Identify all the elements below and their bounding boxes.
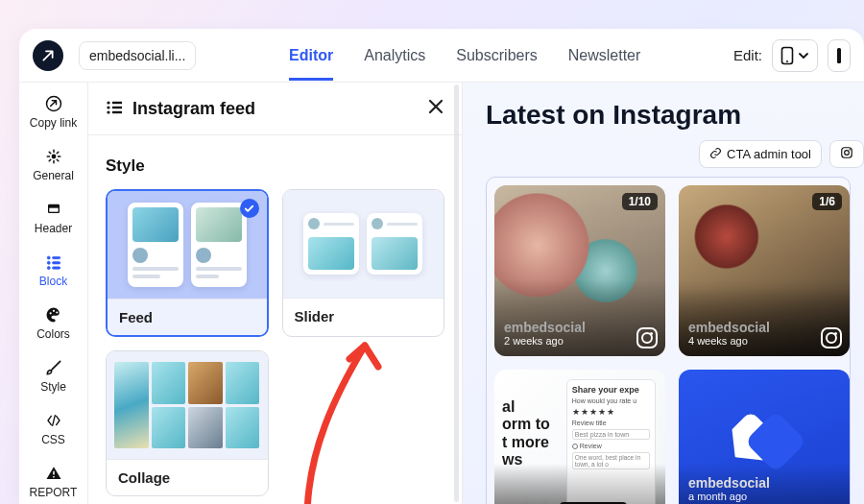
section-label-style: Style [106, 156, 444, 176]
sidebar-item-report[interactable]: REPORT [25, 462, 83, 501]
instagram-grid: 1/10 embedsocial 2 weeks ago 1/6 embedso… [486, 177, 851, 504]
sidebar-item-general[interactable]: General [25, 145, 83, 184]
panel-title: Instagram feed [132, 99, 418, 119]
main-area: Copy link General Header Block Colors St… [19, 83, 864, 504]
svg-point-10 [47, 261, 50, 264]
scrollbar[interactable] [454, 84, 459, 502]
brush-icon [43, 358, 64, 377]
insta-card-3[interactable]: al orm to t more ws Share your expe How … [494, 370, 665, 504]
star-rating: ★★★★★ [572, 407, 650, 417]
cta-admin-label: CTA admin tool [727, 147, 811, 161]
sidebar-item-css[interactable]: CSS [25, 409, 83, 448]
style-thumb-collage [107, 351, 268, 459]
style-options: Feed Slider [106, 189, 444, 496]
count-badge: 1/6 [812, 193, 842, 210]
sidebar-label: REPORT [30, 486, 78, 499]
insta-time-ago: a month ago [688, 491, 747, 502]
svg-point-23 [107, 110, 109, 113]
form-subtitle: How would you rate u [572, 397, 650, 404]
insta-time-ago: 2 weeks ago [504, 335, 656, 347]
svg-rect-7 [49, 208, 58, 212]
admin-pills: CTA admin tool [699, 140, 864, 168]
sidebar-label: Block [39, 275, 67, 288]
svg-point-26 [845, 151, 850, 156]
style-option-collage[interactable]: Collage [106, 350, 269, 496]
count-badge: 1/10 [622, 193, 658, 210]
tab-subscribers[interactable]: Subscribers [456, 47, 537, 64]
insta-card-1[interactable]: 1/10 embedsocial 2 weeks ago [494, 185, 665, 356]
form-title: Share your expe [572, 385, 650, 395]
close-icon[interactable] [427, 96, 444, 121]
tab-editor[interactable]: Editor [289, 47, 333, 81]
app-logo [33, 40, 63, 71]
svg-rect-18 [53, 476, 55, 478]
svg-point-14 [49, 312, 51, 314]
header-icon [43, 200, 64, 219]
check-icon [240, 199, 259, 218]
cta-admin-pill[interactable]: CTA admin tool [699, 140, 822, 168]
form-label: Review title [572, 420, 650, 426]
svg-rect-24 [112, 110, 122, 112]
url-field[interactable]: embedsocial.li... [79, 41, 196, 70]
style-option-slider[interactable]: Slider [282, 189, 445, 337]
insta-card-4[interactable]: embedsocial a month ago [679, 370, 850, 504]
panel-body: Style Feed [88, 135, 462, 504]
list-icon [106, 100, 123, 118]
insta-card-2[interactable]: 1/6 embedsocial 4 weeks ago [679, 185, 850, 356]
topbar: embedsocial.li... Editor Analytics Subsc… [19, 29, 864, 83]
instagram-icon [840, 146, 853, 162]
edit-label: Edit: [733, 47, 762, 63]
code-icon [43, 411, 64, 430]
svg-point-16 [56, 311, 58, 313]
chevron-down-icon [798, 50, 809, 61]
sidebar-label: Copy link [30, 116, 77, 130]
svg-point-1 [786, 60, 788, 62]
svg-rect-11 [52, 262, 60, 264]
svg-point-8 [47, 256, 50, 259]
svg-point-12 [47, 267, 50, 270]
sidebar-label: Header [35, 222, 72, 235]
svg-point-15 [52, 310, 54, 312]
copy-link-icon [43, 94, 64, 113]
separator-icon [836, 47, 842, 64]
block-icon [43, 252, 64, 272]
warning-icon [43, 464, 64, 483]
link-icon [709, 147, 722, 162]
panel-header: Instagram feed [88, 83, 462, 135]
preview-heading: Latest on Instagram [486, 100, 864, 131]
sidebar-item-style[interactable]: Style [25, 356, 83, 396]
instagram-pill[interactable] [829, 140, 864, 168]
top-nav: Editor Analytics Subscribers Newsletter [211, 47, 718, 64]
sidebar-label: General [33, 169, 74, 182]
sidebar-item-block[interactable]: Block [25, 251, 83, 290]
svg-rect-9 [52, 256, 60, 258]
svg-point-4 [51, 155, 56, 159]
style-caption: Feed [108, 299, 267, 335]
edit-controls: Edit: [733, 39, 851, 72]
tab-analytics[interactable]: Analytics [364, 47, 425, 64]
gear-icon [43, 147, 64, 166]
instagram-icon [821, 327, 842, 348]
svg-rect-13 [52, 267, 60, 269]
config-panel: Instagram feed Style [88, 83, 463, 504]
svg-rect-20 [112, 101, 122, 103]
tab-newsletter[interactable]: Newsletter [568, 47, 641, 64]
form-input: Best pizza in town [572, 429, 650, 440]
style-caption: Collage [107, 459, 268, 495]
svg-point-19 [107, 101, 109, 104]
sidebar-item-copy-link[interactable]: Copy link [25, 92, 83, 132]
svg-rect-22 [112, 106, 122, 108]
sidebar-item-header[interactable]: Header [25, 198, 83, 237]
svg-point-27 [849, 149, 851, 151]
insta-time-ago: 4 weeks ago [688, 335, 840, 347]
svg-rect-17 [53, 471, 55, 475]
sidebar-label: Colors [36, 327, 70, 341]
sidebar-item-colors[interactable]: Colors [25, 303, 83, 343]
style-option-feed[interactable]: Feed [106, 189, 269, 337]
more-button[interactable] [828, 39, 851, 72]
svg-point-21 [107, 106, 109, 108]
style-thumb-slider [283, 190, 444, 298]
device-selector[interactable] [772, 39, 818, 72]
svg-rect-2 [837, 48, 841, 63]
instagram-icon [636, 327, 658, 348]
